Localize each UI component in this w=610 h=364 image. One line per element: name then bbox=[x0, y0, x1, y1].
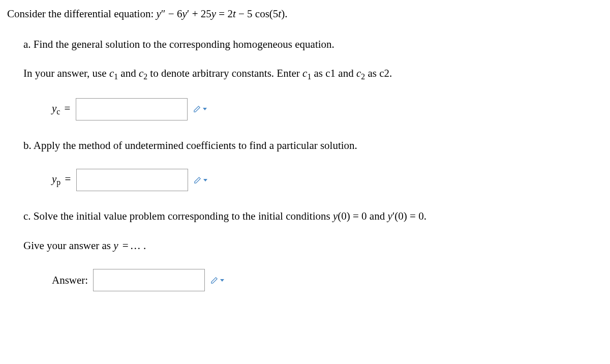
part-c-answer-row: Answer: bbox=[23, 269, 603, 291]
yc-input-box[interactable] bbox=[76, 98, 188, 120]
yp-input[interactable] bbox=[81, 175, 191, 186]
chevron-down-icon bbox=[220, 279, 224, 282]
pencil-icon bbox=[210, 277, 218, 284]
answer-input[interactable] bbox=[98, 275, 207, 286]
part-a-text: Find the general solution to the corresp… bbox=[34, 38, 334, 50]
part-b-text: Apply the method of undetermined coeffic… bbox=[34, 139, 357, 151]
part-a: a. Find the general solution to the corr… bbox=[7, 37, 603, 120]
answer-label: Answer: bbox=[52, 272, 88, 289]
part-a-answer-row: yc = bbox=[23, 98, 603, 120]
part-b-question: b. Apply the method of undetermined coef… bbox=[23, 138, 603, 154]
part-a-label: a. bbox=[23, 38, 34, 50]
pencil-icon bbox=[193, 105, 201, 113]
part-a-subtext: In your answer, use c1 and c2 to denote … bbox=[23, 66, 603, 83]
part-c-question: c. Solve the initial value problem corre… bbox=[23, 208, 603, 225]
answer-input-box[interactable] bbox=[93, 269, 205, 291]
part-b-label: b. bbox=[23, 139, 34, 151]
intro-prefix: Consider the differential equation: bbox=[7, 8, 157, 20]
edit-dropdown-button[interactable] bbox=[194, 176, 207, 184]
yp-label: yp = bbox=[52, 171, 72, 189]
chevron-down-icon bbox=[203, 108, 207, 110]
chevron-down-icon bbox=[203, 179, 207, 181]
part-a-question: a. Find the general solution to the corr… bbox=[23, 37, 603, 53]
part-b-answer-row: yp = bbox=[23, 169, 603, 191]
part-c: c. Solve the initial value problem corre… bbox=[7, 208, 603, 291]
yp-input-box[interactable] bbox=[76, 169, 188, 191]
yc-input[interactable] bbox=[80, 104, 190, 114]
part-c-text: Solve the initial value problem correspo… bbox=[34, 210, 426, 222]
yc-label: yc = bbox=[52, 101, 72, 118]
part-b: b. Apply the method of undetermined coef… bbox=[7, 138, 603, 192]
part-c-label: c. bbox=[23, 210, 34, 222]
pencil-icon bbox=[194, 176, 201, 184]
edit-dropdown-button[interactable] bbox=[210, 277, 224, 284]
edit-dropdown-button[interactable] bbox=[193, 105, 207, 113]
equation: y″ − 6y′ + 25y = 2t − 5 cos(5t). bbox=[157, 8, 288, 20]
part-c-subtext: Give your answer as y =… . bbox=[23, 238, 603, 254]
problem-intro: Consider the differential equation: y″ −… bbox=[7, 6, 603, 22]
